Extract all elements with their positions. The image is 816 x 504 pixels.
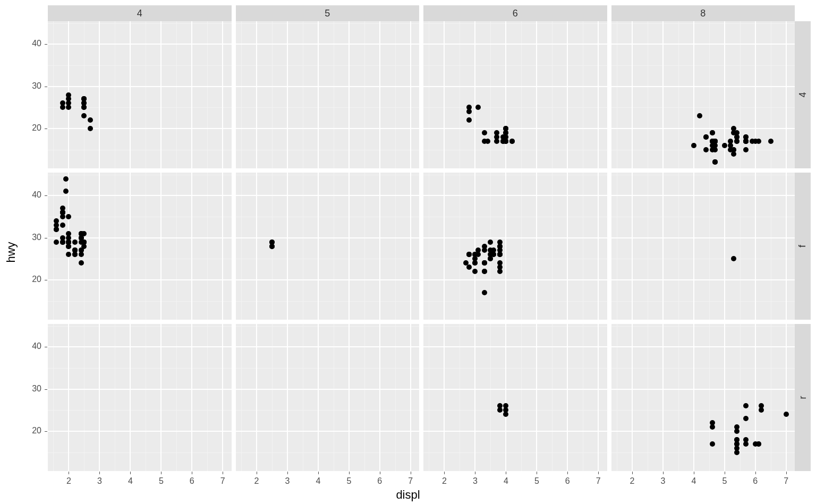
data-point (472, 260, 478, 266)
data-point (743, 134, 749, 140)
facet-panel (236, 21, 420, 168)
x-tick-label: 3 (282, 476, 293, 486)
data-point (497, 252, 503, 257)
data-point (482, 290, 487, 295)
data-point (475, 252, 481, 257)
data-point (768, 139, 774, 144)
y-tick-label: 40 (26, 39, 41, 48)
x-tick-label: 4 (688, 476, 699, 486)
data-point (60, 206, 65, 211)
facet-scatter-chart: 45684fr203040203040203040234567234567234… (0, 0, 816, 504)
data-point (503, 407, 508, 413)
x-tick-label: 7 (593, 476, 604, 486)
facet-panel (423, 173, 607, 320)
y-tick-label: 30 (26, 81, 41, 91)
data-point (88, 117, 93, 123)
data-point (734, 424, 740, 430)
data-point (756, 441, 761, 447)
data-point (759, 407, 764, 413)
data-point (88, 126, 93, 131)
col-facet-strip: 8 (611, 5, 795, 21)
facet-panel (423, 324, 607, 471)
data-point (743, 416, 749, 421)
data-point (731, 256, 736, 261)
data-point (66, 240, 71, 245)
data-point (482, 260, 487, 266)
data-point (488, 240, 493, 245)
x-tick-label: 4 (500, 476, 511, 486)
data-point (60, 105, 65, 110)
x-tick-label: 3 (658, 476, 668, 486)
data-point (784, 412, 789, 417)
x-tick-label: 2 (63, 476, 74, 486)
data-point (497, 260, 503, 266)
x-tick-label: 2 (627, 476, 638, 486)
data-point (482, 130, 487, 135)
data-point (703, 134, 709, 140)
data-point (60, 214, 65, 219)
data-point (54, 240, 59, 245)
data-point (722, 143, 727, 148)
data-point (734, 446, 740, 451)
data-point (734, 437, 740, 442)
facet-panel (611, 173, 795, 320)
col-facet-strip: 5 (236, 5, 420, 21)
data-point (497, 240, 503, 245)
data-point (466, 252, 472, 257)
data-point (734, 130, 740, 135)
y-tick-label: 20 (26, 426, 41, 435)
y-tick-label: 20 (26, 275, 41, 284)
y-axis-title: hwy (4, 0, 18, 504)
data-point (750, 139, 755, 144)
facet-panel (48, 173, 232, 320)
facet-panel (611, 21, 795, 168)
data-point (54, 227, 59, 232)
data-point (81, 100, 87, 106)
data-point (743, 403, 749, 408)
data-point (712, 159, 718, 165)
data-point (482, 244, 487, 249)
y-tick-label: 30 (26, 384, 41, 394)
data-point (703, 147, 709, 152)
x-tick-label: 4 (125, 476, 135, 486)
data-point (482, 269, 487, 274)
data-point (472, 269, 478, 274)
data-point (63, 189, 69, 194)
x-axis-title: displ (0, 488, 816, 502)
data-point (712, 139, 718, 144)
data-point (66, 105, 71, 110)
data-point (500, 134, 506, 140)
x-tick-label: 3 (94, 476, 105, 486)
data-point (497, 269, 503, 274)
facet-panel (236, 173, 420, 320)
facet-panel (611, 324, 795, 471)
data-point (466, 117, 472, 123)
row-facet-strip: r (795, 324, 811, 471)
x-tick-label: 5 (531, 476, 542, 486)
data-point (72, 240, 78, 245)
data-point (485, 139, 490, 144)
data-point (81, 113, 87, 118)
data-point (734, 139, 740, 144)
facet-panel (48, 21, 232, 168)
data-point (54, 218, 59, 224)
data-point (691, 143, 696, 148)
data-point (710, 130, 715, 135)
col-facet-strip: 6 (423, 5, 607, 21)
x-tick-label: 6 (562, 476, 573, 486)
data-point (743, 441, 749, 447)
facet-panel (236, 324, 420, 471)
x-tick-label: 4 (313, 476, 324, 486)
data-point (475, 105, 481, 110)
col-facet-strip: 4 (48, 5, 232, 21)
data-point (494, 134, 499, 140)
y-tick-label: 40 (26, 190, 41, 200)
data-point (710, 420, 715, 425)
row-facet-strip: 4 (795, 21, 811, 168)
x-tick-label: 6 (750, 476, 761, 486)
data-point (466, 264, 472, 270)
data-point (756, 139, 761, 144)
data-point (269, 240, 275, 245)
x-tick-label: 2 (251, 476, 262, 486)
data-point (488, 256, 493, 261)
